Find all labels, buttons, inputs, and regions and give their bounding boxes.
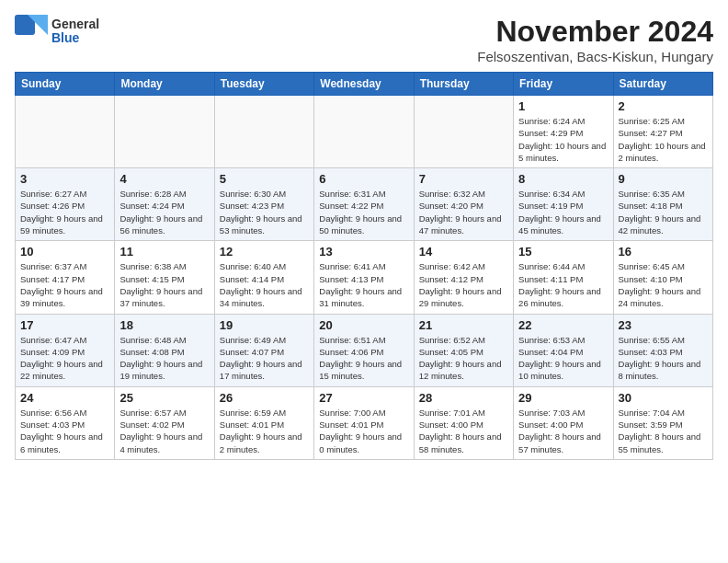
day-number: 17	[20, 318, 109, 332]
week-row-5: 24Sunrise: 6:56 AM Sunset: 4:03 PM Dayli…	[16, 386, 713, 459]
day-number: 8	[518, 172, 608, 186]
day-number: 12	[220, 245, 309, 259]
day-number: 25	[119, 391, 209, 405]
day-number: 19	[220, 318, 309, 332]
day-cell: 30Sunrise: 7:04 AM Sunset: 3:59 PM Dayli…	[613, 386, 712, 459]
day-cell: 27Sunrise: 7:00 AM Sunset: 4:01 PM Dayli…	[314, 386, 414, 459]
weekday-monday: Monday	[115, 73, 214, 96]
weekday-saturday: Saturday	[613, 73, 712, 96]
day-cell: 5Sunrise: 6:30 AM Sunset: 4:23 PM Daylig…	[214, 168, 313, 241]
day-number: 2	[619, 99, 708, 113]
weekday-tuesday: Tuesday	[214, 73, 313, 96]
day-info: Sunrise: 6:37 AM Sunset: 4:17 PM Dayligh…	[20, 260, 109, 309]
day-info: Sunrise: 6:34 AM Sunset: 4:19 PM Dayligh…	[518, 188, 608, 236]
day-number: 9	[619, 172, 708, 186]
day-info: Sunrise: 6:53 AM Sunset: 4:04 PM Dayligh…	[518, 334, 608, 383]
day-cell: 14Sunrise: 6:42 AM Sunset: 4:12 PM Dayli…	[414, 241, 513, 314]
day-number: 22	[518, 318, 608, 332]
day-info: Sunrise: 6:42 AM Sunset: 4:12 PM Dayligh…	[419, 260, 508, 309]
logo-icon	[15, 15, 48, 48]
day-info: Sunrise: 6:38 AM Sunset: 4:15 PM Dayligh…	[119, 260, 209, 309]
day-cell: 13Sunrise: 6:41 AM Sunset: 4:13 PM Dayli…	[314, 241, 414, 314]
day-info: Sunrise: 6:44 AM Sunset: 4:11 PM Dayligh…	[518, 260, 608, 309]
day-info: Sunrise: 6:45 AM Sunset: 4:10 PM Dayligh…	[619, 260, 708, 309]
day-cell: 10Sunrise: 6:37 AM Sunset: 4:17 PM Dayli…	[16, 241, 115, 314]
day-number: 14	[419, 245, 508, 259]
month-title: November 2024	[477, 15, 713, 49]
calendar-table: SundayMondayTuesdayWednesdayThursdayFrid…	[15, 72, 713, 460]
day-info: Sunrise: 6:40 AM Sunset: 4:14 PM Dayligh…	[220, 260, 309, 309]
day-cell: 4Sunrise: 6:28 AM Sunset: 4:24 PM Daylig…	[115, 168, 214, 241]
day-number: 23	[619, 318, 708, 332]
day-info: Sunrise: 7:03 AM Sunset: 4:00 PM Dayligh…	[518, 407, 608, 455]
day-info: Sunrise: 7:04 AM Sunset: 3:59 PM Dayligh…	[619, 407, 708, 455]
day-cell	[414, 96, 513, 168]
day-info: Sunrise: 6:59 AM Sunset: 4:01 PM Dayligh…	[220, 407, 309, 455]
day-info: Sunrise: 6:47 AM Sunset: 4:09 PM Dayligh…	[20, 334, 109, 383]
weekday-wednesday: Wednesday	[314, 73, 414, 96]
weekday-header-row: SundayMondayTuesdayWednesdayThursdayFrid…	[16, 73, 713, 96]
day-info: Sunrise: 6:27 AM Sunset: 4:26 PM Dayligh…	[20, 188, 109, 236]
day-info: Sunrise: 6:52 AM Sunset: 4:05 PM Dayligh…	[419, 334, 508, 383]
day-info: Sunrise: 6:25 AM Sunset: 4:27 PM Dayligh…	[619, 115, 708, 164]
day-info: Sunrise: 6:32 AM Sunset: 4:20 PM Dayligh…	[419, 188, 508, 236]
day-cell	[314, 96, 414, 168]
week-row-1: 1Sunrise: 6:24 AM Sunset: 4:29 PM Daylig…	[16, 96, 713, 168]
day-cell: 17Sunrise: 6:47 AM Sunset: 4:09 PM Dayli…	[16, 314, 115, 386]
day-cell: 16Sunrise: 6:45 AM Sunset: 4:10 PM Dayli…	[613, 241, 712, 314]
day-number: 5	[220, 172, 309, 186]
day-info: Sunrise: 6:48 AM Sunset: 4:08 PM Dayligh…	[119, 334, 209, 383]
day-number: 29	[518, 391, 608, 405]
day-cell: 25Sunrise: 6:57 AM Sunset: 4:02 PM Dayli…	[115, 386, 214, 459]
day-cell: 8Sunrise: 6:34 AM Sunset: 4:19 PM Daylig…	[514, 168, 613, 241]
day-cell: 21Sunrise: 6:52 AM Sunset: 4:05 PM Dayli…	[414, 314, 513, 386]
day-info: Sunrise: 6:24 AM Sunset: 4:29 PM Dayligh…	[518, 115, 608, 164]
day-number: 24	[20, 391, 109, 405]
calendar-body: 1Sunrise: 6:24 AM Sunset: 4:29 PM Daylig…	[16, 96, 713, 460]
day-info: Sunrise: 6:35 AM Sunset: 4:18 PM Dayligh…	[619, 188, 708, 236]
day-cell	[115, 96, 214, 168]
day-number: 18	[119, 318, 209, 332]
week-row-3: 10Sunrise: 6:37 AM Sunset: 4:17 PM Dayli…	[16, 241, 713, 314]
page-header: General Blue November 2024 Felsoszentiva…	[15, 15, 713, 64]
day-cell: 1Sunrise: 6:24 AM Sunset: 4:29 PM Daylig…	[514, 96, 613, 168]
day-info: Sunrise: 6:56 AM Sunset: 4:03 PM Dayligh…	[20, 407, 109, 455]
day-number: 7	[419, 172, 508, 186]
day-cell: 7Sunrise: 6:32 AM Sunset: 4:20 PM Daylig…	[414, 168, 513, 241]
week-row-4: 17Sunrise: 6:47 AM Sunset: 4:09 PM Dayli…	[16, 314, 713, 386]
day-cell: 9Sunrise: 6:35 AM Sunset: 4:18 PM Daylig…	[613, 168, 712, 241]
day-number: 11	[119, 245, 209, 259]
location: Felsoszentivan, Bacs-Kiskun, Hungary	[477, 49, 713, 64]
day-cell: 11Sunrise: 6:38 AM Sunset: 4:15 PM Dayli…	[115, 241, 214, 314]
day-cell: 29Sunrise: 7:03 AM Sunset: 4:00 PM Dayli…	[514, 386, 613, 459]
day-cell: 19Sunrise: 6:49 AM Sunset: 4:07 PM Dayli…	[214, 314, 313, 386]
day-cell: 26Sunrise: 6:59 AM Sunset: 4:01 PM Dayli…	[214, 386, 313, 459]
day-cell: 12Sunrise: 6:40 AM Sunset: 4:14 PM Dayli…	[214, 241, 313, 314]
day-cell: 23Sunrise: 6:55 AM Sunset: 4:03 PM Dayli…	[613, 314, 712, 386]
day-info: Sunrise: 6:57 AM Sunset: 4:02 PM Dayligh…	[119, 407, 209, 455]
day-info: Sunrise: 6:55 AM Sunset: 4:03 PM Dayligh…	[619, 334, 708, 383]
day-number: 16	[619, 245, 708, 259]
day-number: 13	[319, 245, 408, 259]
day-number: 21	[419, 318, 508, 332]
day-cell: 15Sunrise: 6:44 AM Sunset: 4:11 PM Dayli…	[514, 241, 613, 314]
day-cell: 28Sunrise: 7:01 AM Sunset: 4:00 PM Dayli…	[414, 386, 513, 459]
day-info: Sunrise: 6:49 AM Sunset: 4:07 PM Dayligh…	[220, 334, 309, 383]
day-info: Sunrise: 6:41 AM Sunset: 4:13 PM Dayligh…	[319, 260, 408, 309]
day-info: Sunrise: 6:30 AM Sunset: 4:23 PM Dayligh…	[220, 188, 309, 236]
weekday-sunday: Sunday	[16, 73, 115, 96]
day-info: Sunrise: 7:00 AM Sunset: 4:01 PM Dayligh…	[319, 407, 408, 455]
day-number: 27	[319, 391, 408, 405]
day-info: Sunrise: 6:31 AM Sunset: 4:22 PM Dayligh…	[319, 188, 408, 236]
weekday-friday: Friday	[514, 73, 613, 96]
day-number: 28	[419, 391, 508, 405]
logo: General Blue	[15, 15, 99, 48]
day-number: 1	[518, 99, 608, 113]
day-cell: 24Sunrise: 6:56 AM Sunset: 4:03 PM Dayli…	[16, 386, 115, 459]
day-cell	[16, 96, 115, 168]
day-number: 30	[619, 391, 708, 405]
title-block: November 2024 Felsoszentivan, Bacs-Kisku…	[477, 15, 713, 64]
day-cell: 18Sunrise: 6:48 AM Sunset: 4:08 PM Dayli…	[115, 314, 214, 386]
day-number: 3	[20, 172, 109, 186]
week-row-2: 3Sunrise: 6:27 AM Sunset: 4:26 PM Daylig…	[16, 168, 713, 241]
